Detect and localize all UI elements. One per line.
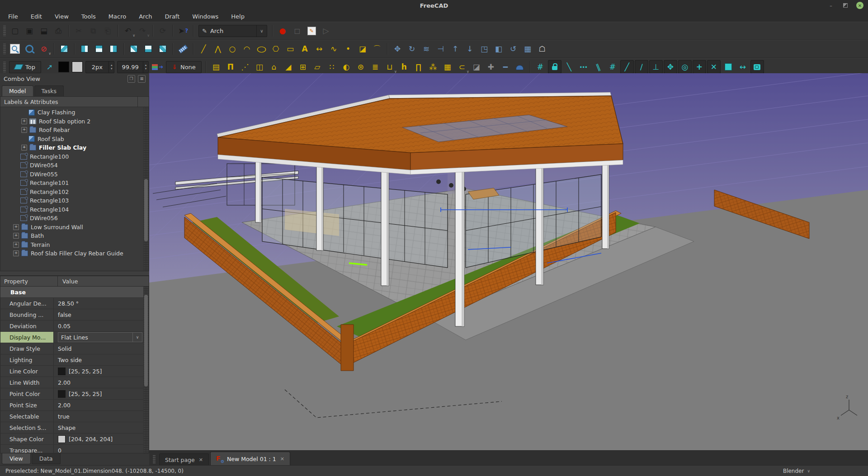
draft-rotate[interactable]: ↻	[405, 42, 419, 56]
property-value[interactable]: 0	[54, 445, 149, 453]
property-row[interactable]: Point Size2.00	[0, 400, 149, 411]
new-file[interactable]: ▢	[8, 24, 22, 38]
tree-item[interactable]: Clay Flashing	[0, 108, 149, 117]
property-row[interactable]: Line Width2.00	[0, 377, 149, 388]
tree-item[interactable]: Rectangle101	[0, 179, 149, 188]
tree-scrollbar-thumb[interactable]	[144, 179, 148, 241]
property-row[interactable]: Selection S...Shape	[0, 422, 149, 434]
menu-file[interactable]: File	[2, 12, 24, 21]
snap-near[interactable]: ╲	[562, 60, 576, 74]
menu-help[interactable]: Help	[225, 12, 251, 21]
close-icon[interactable]: ✕	[280, 456, 284, 462]
draft-circle[interactable]: ○	[226, 42, 239, 56]
snap-lock[interactable]	[548, 60, 561, 74]
cut[interactable]: ✂	[72, 24, 85, 38]
draw-style[interactable]: ⊘∨	[37, 42, 51, 56]
tree-item[interactable]: Rectangle104	[0, 205, 149, 214]
toggle-grid[interactable]: #	[533, 60, 547, 74]
draft-polygon[interactable]: ⎔	[269, 42, 283, 56]
open-file[interactable]: ▣	[23, 24, 36, 38]
arch-rebar[interactable]: ⋰	[238, 60, 252, 74]
maximize-button[interactable]	[842, 2, 849, 9]
property-row[interactable]: Bounding ...false	[0, 309, 149, 320]
panel-splitter[interactable]	[0, 271, 149, 276]
tree-item[interactable]: Rectangle102	[0, 188, 149, 197]
property-value[interactable]: Shape	[54, 422, 149, 433]
menu-view[interactable]: View	[48, 12, 75, 21]
property-scrollbar[interactable]	[143, 287, 149, 453]
macro-stop[interactable]: ◻	[290, 24, 304, 38]
property-value[interactable]: 2.00	[54, 400, 149, 410]
arch-curtain-wall[interactable]: ◫	[253, 60, 266, 74]
draft-clone[interactable]: ☖	[535, 42, 549, 56]
property-row[interactable]: Point Color[25, 25, 25]	[0, 388, 149, 400]
draft-trimex[interactable]: ⊣	[434, 42, 448, 56]
snap-midpoint[interactable]: ⋯	[577, 60, 590, 74]
scale-spinner-arrows[interactable]: ▴▾	[143, 61, 149, 73]
tree-expander[interactable]: +	[21, 118, 27, 124]
snap-center[interactable]: ◎	[678, 60, 692, 74]
arch-pipe[interactable]: ⊂∨	[455, 60, 469, 74]
undo[interactable]: ↶∨	[121, 24, 135, 38]
property-row[interactable]: Display Mo...Flat Lines∨	[0, 332, 149, 343]
tree-expander[interactable]: +	[21, 145, 27, 151]
tab-data[interactable]: Data	[32, 453, 61, 464]
snap-ortho[interactable]	[722, 60, 735, 74]
arch-profile[interactable]: ∏	[412, 60, 425, 74]
view-rear[interactable]	[127, 42, 141, 56]
property-scrollbar-thumb[interactable]	[144, 295, 148, 386]
menu-windows[interactable]: Windows	[186, 12, 225, 21]
tree-expander[interactable]: +	[21, 127, 27, 133]
menu-tools[interactable]: Tools	[75, 12, 102, 21]
tree-expander[interactable]: +	[13, 250, 19, 256]
property-value[interactable]: Flat Lines∨	[54, 332, 149, 343]
tree-item[interactable]: DWire056	[0, 214, 149, 223]
draft-dimension[interactable]: ↔	[312, 42, 326, 56]
draft-edit[interactable]: ↺	[506, 42, 520, 56]
zoom-selection[interactable]	[23, 42, 36, 56]
macro-execute[interactable]: ▷	[319, 24, 333, 38]
tab-tasks[interactable]: Tasks	[34, 85, 64, 96]
snap-perpendicular[interactable]: ⊥	[649, 60, 663, 74]
arch-section-plane[interactable]: ◐	[340, 60, 353, 74]
draft-text[interactable]: A	[298, 42, 311, 56]
property-value[interactable]: Two side	[54, 354, 149, 365]
draft-rectangle[interactable]: ▭	[283, 42, 297, 56]
arch-stairs[interactable]: ≣	[368, 60, 382, 74]
property-value[interactable]: [25, 25, 25]	[54, 366, 149, 377]
paste[interactable]: ⎗	[101, 24, 114, 38]
draft-ellipse[interactable]: ○	[255, 42, 268, 56]
scale-spinner[interactable]: 99.99▴▾	[117, 61, 149, 73]
draft-point[interactable]: •	[341, 42, 355, 56]
fit-all[interactable]	[8, 42, 22, 56]
draft-array[interactable]: ▦	[521, 42, 534, 56]
snap-special[interactable]: ✥	[664, 60, 677, 74]
whats-this[interactable]: ➤?	[176, 24, 190, 38]
property-row[interactable]: Selectabletrue	[0, 411, 149, 422]
close-button[interactable]: ✕	[856, 2, 863, 9]
dock-float-button[interactable]: ❐	[127, 75, 135, 83]
working-plane-button[interactable]: Top	[9, 61, 41, 73]
property-value[interactable]: 28.50 °	[54, 298, 149, 309]
property-row[interactable]: Deviation0.05	[0, 320, 149, 332]
property-editor[interactable]: BaseAngular De...28.50 °Bounding ...fals…	[0, 287, 149, 453]
mdi-tab[interactable]: Start page✕	[159, 453, 209, 466]
snap-parallel[interactable]: ∥	[591, 60, 605, 74]
property-value[interactable]: [25, 25, 25]	[54, 388, 149, 399]
autogroup-button[interactable]: ⇓None	[166, 61, 202, 73]
snap-angle[interactable]: ✕	[707, 60, 721, 74]
snap-grid[interactable]: #	[606, 60, 619, 74]
draft-facebinder[interactable]: ◪	[356, 42, 369, 56]
dock-close-button[interactable]: ⊠	[138, 75, 146, 83]
tree-expander[interactable]: +	[13, 233, 19, 239]
menu-draft[interactable]: Draft	[159, 12, 186, 21]
mdi-tab[interactable]: F⚙New Model 01 : 1✕	[210, 452, 290, 466]
workbench-selector[interactable]: ✎Arch∨	[198, 25, 267, 37]
tab-view[interactable]: View	[2, 453, 31, 464]
draft-style-arrow[interactable]: ➚	[43, 60, 57, 74]
arch-axis[interactable]: ∷	[325, 60, 339, 74]
save-file[interactable]: ⬓	[37, 24, 51, 38]
property-value[interactable]: 2.00	[54, 377, 149, 388]
property-value-dropdown[interactable]: Flat Lines∨	[58, 332, 142, 342]
tree-item[interactable]: +Terrain	[0, 240, 149, 250]
